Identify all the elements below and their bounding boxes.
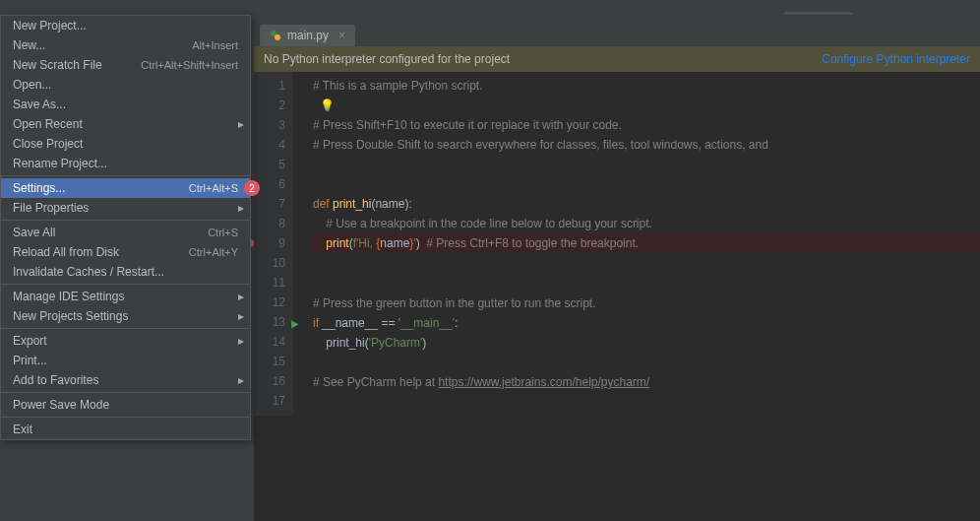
menu-item-open[interactable]: Open... <box>1 75 250 95</box>
menu-item-label: Print... <box>13 354 47 367</box>
svg-point-3 <box>275 34 280 40</box>
code-line[interactable]: # Press Double Shift to search everywher… <box>313 135 980 155</box>
menu-item-label: Rename Project... <box>13 157 107 170</box>
code-line[interactable]: print(f'Hi, {name}') # Press Ctrl+F8 to … <box>313 233 980 253</box>
menu-item-invalidate-caches-restart[interactable]: Invalidate Caches / Restart... <box>1 262 250 282</box>
code-line[interactable]: def print_hi(name): <box>313 194 980 214</box>
menu-item-power-save-mode[interactable]: Power Save Mode <box>1 395 250 415</box>
line-number[interactable]: 4 <box>254 135 285 155</box>
menu-separator <box>1 220 250 221</box>
code-line[interactable]: print_hi('PyCharm') <box>313 333 980 353</box>
menu-shortcut: Alt+Insert <box>192 39 238 51</box>
line-number[interactable]: 2 <box>254 96 285 115</box>
code-content[interactable]: # This is a sample Python script. 💡# Pre… <box>293 72 980 416</box>
menu-separator <box>1 328 250 329</box>
menu-item-rename-project[interactable]: Rename Project... <box>1 154 250 173</box>
editor-tab-main[interactable]: main.py × <box>260 25 355 46</box>
menu-item-label: New Projects Settings <box>13 309 128 323</box>
menu-separator <box>1 175 250 176</box>
menu-item-add-to-favorites[interactable]: Add to Favorites <box>1 370 250 390</box>
line-number[interactable]: 10 <box>254 253 285 273</box>
code-line[interactable] <box>313 353 980 372</box>
file-menu: New Project...New...Alt+InsertNew Scratc… <box>0 15 251 440</box>
menu-shortcut: Ctrl+S <box>208 227 238 238</box>
code-line[interactable]: # Press the green button in the gutter t… <box>313 293 980 313</box>
code-line[interactable] <box>313 254 980 274</box>
menu-item-label: Save All <box>13 226 55 239</box>
menu-item-reload-all-from-disk[interactable]: Reload All from DiskCtrl+Alt+Y <box>1 242 250 262</box>
menu-item-new-scratch-file[interactable]: New Scratch FileCtrl+Alt+Shift+Insert <box>1 55 250 75</box>
menu-item-exit[interactable]: Exit <box>1 420 250 439</box>
menu-item-open-recent[interactable]: Open Recent <box>1 114 250 134</box>
menu-item-settings[interactable]: Settings...Ctrl+Alt+S <box>1 178 250 198</box>
code-line[interactable]: # This is a sample Python script. <box>313 76 980 96</box>
menu-item-new[interactable]: New...Alt+Insert <box>1 35 250 55</box>
code-line[interactable]: if __name__ == '__main__': <box>313 313 980 333</box>
menu-item-label: New Scratch File <box>13 58 102 72</box>
menu-item-label: Manage IDE Settings <box>13 290 124 303</box>
line-number[interactable]: 3 <box>254 115 285 135</box>
python-file-icon <box>270 30 281 41</box>
menu-item-label: Invalidate Caches / Restart... <box>13 265 164 279</box>
menu-item-label: File Properties <box>13 201 89 215</box>
menu-item-export[interactable]: Export <box>1 331 250 351</box>
menu-shortcut: Ctrl+Alt+Y <box>189 246 238 258</box>
menu-shortcut: Ctrl+Alt+S <box>189 182 238 194</box>
warning-text: No Python interpreter configured for the… <box>264 52 510 66</box>
interpreter-warning-bar: No Python interpreter configured for the… <box>254 46 980 72</box>
menu-item-label: Add to Favorites <box>13 373 98 387</box>
line-number[interactable]: 9 <box>254 233 285 253</box>
menu-separator <box>1 417 250 418</box>
menu-separator <box>1 392 250 393</box>
menu-item-label: Open Recent <box>13 117 83 131</box>
code-line[interactable] <box>313 155 980 174</box>
menu-item-new-projects-settings[interactable]: New Projects Settings <box>1 306 250 326</box>
line-number[interactable]: 5 <box>254 155 285 174</box>
editor-tabs: main.py × <box>254 15 980 46</box>
menu-item-file-properties[interactable]: File Properties <box>1 198 250 218</box>
line-number[interactable]: 17 <box>254 391 285 411</box>
menu-item-label: New... <box>13 38 45 52</box>
line-number[interactable]: 13 <box>254 312 285 332</box>
menu-item-label: Power Save Mode <box>13 398 109 412</box>
line-number[interactable]: 7 <box>254 194 285 214</box>
menu-item-new-project[interactable]: New Project... <box>1 16 250 35</box>
menu-item-label: Reload All from Disk <box>13 245 119 259</box>
menu-item-save-as[interactable]: Save As... <box>1 95 250 114</box>
menu-item-label: Export <box>13 334 47 348</box>
menu-item-manage-ide-settings[interactable]: Manage IDE Settings <box>1 287 250 306</box>
line-number[interactable]: 12 <box>254 293 285 312</box>
configure-interpreter-link[interactable]: Configure Python interpreter <box>822 52 970 66</box>
code-line[interactable] <box>313 174 980 194</box>
menu-item-label: Close Project <box>13 137 83 151</box>
close-tab-icon[interactable]: × <box>338 29 345 42</box>
menu-item-save-all[interactable]: Save AllCtrl+S <box>1 223 250 242</box>
editor-area: main.py × No Python interpreter configur… <box>254 15 980 521</box>
line-number[interactable]: 11 <box>254 273 285 293</box>
code-editor[interactable]: 1234567891011121314151617 # This is a sa… <box>254 72 980 416</box>
menu-item-print[interactable]: Print... <box>1 351 250 370</box>
menu-item-label: New Project... <box>13 19 87 33</box>
tab-filename: main.py <box>287 29 329 42</box>
menu-item-close-project[interactable]: Close Project <box>1 134 250 154</box>
line-number[interactable]: 1 <box>254 76 285 96</box>
menu-item-label: Save As... <box>13 98 66 111</box>
gutter[interactable]: 1234567891011121314151617 <box>254 72 293 416</box>
code-line[interactable]: 💡 <box>313 96 980 115</box>
line-number[interactable]: 14 <box>254 332 285 352</box>
line-number[interactable]: 16 <box>254 371 285 391</box>
code-line[interactable]: # See PyCharm help at https://www.jetbra… <box>313 372 980 392</box>
code-line[interactable]: # Use a breakpoint in the code line belo… <box>313 214 980 233</box>
menu-shortcut: Ctrl+Alt+Shift+Insert <box>141 59 238 71</box>
menu-item-label: Open... <box>13 78 51 92</box>
code-line[interactable] <box>313 392 980 412</box>
menu-item-label: Settings... <box>13 181 65 195</box>
menu-item-label: Exit <box>13 423 32 436</box>
menu-separator <box>1 284 250 285</box>
line-number[interactable]: 8 <box>254 214 285 233</box>
code-line[interactable]: # Press Shift+F10 to execute it or repla… <box>313 115 980 135</box>
code-line[interactable] <box>313 274 980 293</box>
line-number[interactable]: 15 <box>254 352 285 371</box>
